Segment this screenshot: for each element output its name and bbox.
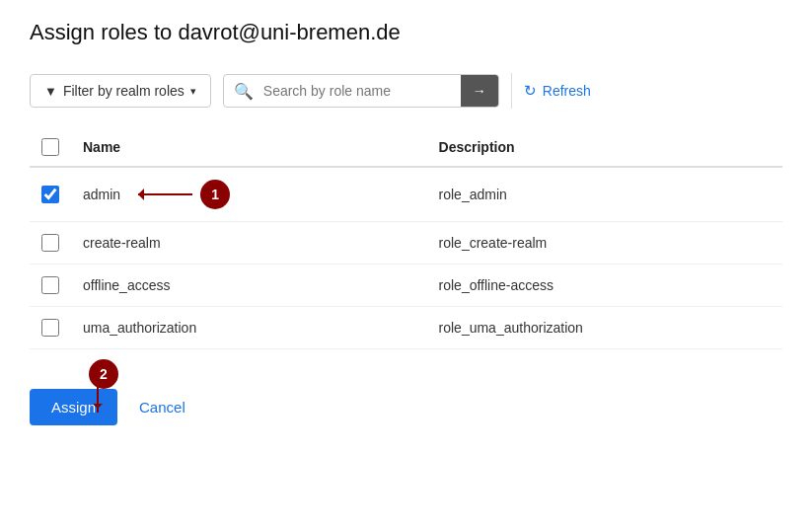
role-description: role_uma_authorization	[427, 307, 782, 349]
assign-button[interactable]: Assign	[30, 389, 117, 425]
page-title: Assign roles to davrot@uni-bremen.de	[30, 20, 782, 45]
roles-table: Name Description admin 1role_admincreate…	[30, 128, 782, 349]
funnel-icon: ▼	[44, 84, 57, 99]
toolbar: ▼ Filter by realm roles ▾ 🔍 → ↻ Refresh	[30, 73, 782, 109]
toolbar-divider	[511, 73, 512, 109]
footer-area: 2 Assign Cancel	[30, 389, 782, 425]
row-checkbox[interactable]	[41, 186, 59, 203]
select-all-checkbox[interactable]	[41, 138, 59, 156]
chevron-down-icon: ▾	[190, 85, 196, 98]
role-name: uma_authorization	[71, 307, 427, 349]
filter-button[interactable]: ▼ Filter by realm roles ▾	[30, 74, 211, 108]
cancel-button[interactable]: Cancel	[135, 389, 189, 425]
col-name-header: Name	[71, 128, 427, 167]
role-name: offline_access	[71, 265, 427, 307]
role-description: role_create-realm	[427, 222, 782, 265]
badge-1: 1	[200, 180, 230, 209]
refresh-icon: ↻	[524, 82, 537, 100]
arrow-1-annotation: 1	[130, 180, 230, 209]
badge-2: 2	[89, 359, 118, 389]
row-checkbox[interactable]	[41, 234, 59, 252]
refresh-button[interactable]: ↻ Refresh	[524, 82, 591, 100]
role-description: role_offline-access	[427, 265, 782, 307]
table-row: uma_authorizationrole_uma_authorization	[30, 307, 782, 349]
role-name: create-realm	[71, 222, 427, 265]
row-checkbox[interactable]	[41, 276, 59, 294]
role-description: role_admin	[427, 167, 782, 222]
role-name: admin	[83, 187, 120, 202]
search-icon: 🔍	[224, 82, 254, 101]
table-row: admin 1role_admin	[30, 167, 782, 222]
refresh-label: Refresh	[543, 83, 591, 99]
table-row: offline_accessrole_offline-access	[30, 265, 782, 307]
arrow-2-annotation	[97, 385, 99, 413]
table-row: create-realmrole_create-realm	[30, 222, 782, 265]
search-input[interactable]	[254, 75, 461, 107]
row-checkbox[interactable]	[41, 319, 59, 337]
search-box: 🔍 →	[223, 74, 499, 108]
filter-label: Filter by realm roles	[63, 83, 185, 99]
col-description-header: Description	[427, 128, 782, 167]
search-go-button[interactable]: →	[461, 75, 498, 107]
